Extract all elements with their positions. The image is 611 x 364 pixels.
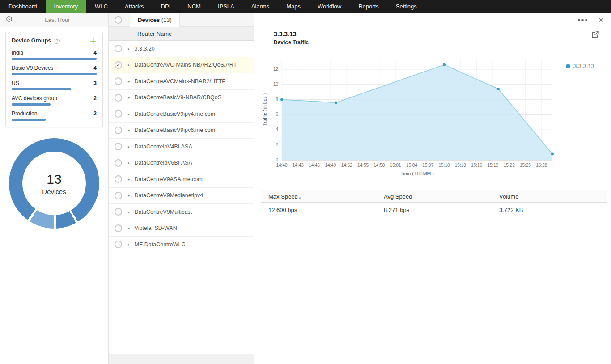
device-group-item[interactable]: AVC devices group2	[12, 95, 97, 106]
svg-text:2: 2	[276, 142, 278, 147]
row-checkbox[interactable]	[115, 110, 122, 118]
nav-item-dpi[interactable]: DPI	[153, 0, 179, 13]
svg-text:15:04: 15:04	[406, 163, 417, 168]
column-header-router-name[interactable]: Router Name	[109, 27, 254, 41]
row-checkbox[interactable]	[115, 208, 122, 216]
more-options-icon[interactable]: •••	[578, 18, 589, 22]
group-count: 2	[93, 95, 97, 102]
row-checkbox[interactable]	[115, 159, 122, 167]
expand-arrow-icon[interactable]: ▸	[128, 63, 130, 67]
row-checkbox[interactable]	[115, 175, 122, 183]
expand-arrow-icon[interactable]: ▸	[128, 47, 130, 51]
group-bar	[12, 58, 97, 60]
add-group-button[interactable]: +	[90, 37, 97, 45]
expand-arrow-icon[interactable]: ▸	[128, 193, 130, 198]
router-name: DataCentreBasicV9ipv6.me.com	[135, 127, 216, 133]
nav-item-ncm[interactable]: NCM	[179, 0, 209, 13]
expand-arrow-icon[interactable]: ▸	[128, 144, 130, 149]
stats-header[interactable]: Volume	[492, 190, 607, 202]
expand-arrow-icon[interactable]: ▸	[128, 210, 130, 214]
help-icon[interactable]: ?	[54, 38, 60, 44]
nav-item-alarms[interactable]: Alarms	[243, 0, 278, 13]
device-row[interactable]: ▸DataCentreBasicV9ipv4.me.com	[109, 106, 254, 123]
list-footer	[109, 354, 254, 364]
device-rows: ▸3.3.3.20✓▸DataCentreAVC-Mains-NBAR2/QoS…	[109, 41, 254, 354]
tab-devices[interactable]: Devices (13)	[130, 13, 180, 27]
sidebar: Last Hour Device Groups ? + India4Basic …	[0, 13, 109, 364]
nav-item-inventory[interactable]: Inventory	[46, 0, 86, 13]
row-checkbox[interactable]	[115, 241, 122, 248]
stats-header[interactable]: Avg Speed	[377, 190, 492, 202]
expand-arrow-icon[interactable]: ▸	[128, 226, 130, 230]
nav-item-attacks[interactable]: Attacks	[116, 0, 153, 13]
detail-topbar: ••• ✕	[254, 13, 611, 27]
expand-arrow-icon[interactable]: ▸	[128, 161, 130, 165]
stats-header[interactable]: Max Speed ▴	[261, 190, 377, 202]
svg-text:15:19: 15:19	[487, 163, 498, 168]
svg-text:15:16: 15:16	[471, 163, 482, 168]
row-checkbox[interactable]	[115, 77, 122, 85]
expand-arrow-icon[interactable]: ▸	[128, 177, 130, 182]
nav-item-ipsla[interactable]: IPSLA	[209, 0, 243, 13]
donut-device-count: 13	[47, 172, 61, 187]
row-checkbox[interactable]	[115, 224, 122, 232]
device-row[interactable]: ▸ME.DataCentreWLC	[109, 237, 254, 253]
row-checkbox[interactable]	[115, 94, 122, 102]
svg-text:14:52: 14:52	[341, 163, 352, 168]
expand-arrow-icon[interactable]: ▸	[128, 128, 130, 132]
device-row[interactable]: ▸DataCentreBasicV9-NBAR/CBQoS	[109, 90, 254, 106]
device-row[interactable]: ▸Viptela_SD-WAN	[109, 220, 254, 237]
svg-text:6: 6	[276, 112, 278, 117]
device-group-item[interactable]: Production2	[12, 110, 97, 121]
group-name: AVC devices group	[12, 95, 57, 102]
time-filter[interactable]: Last Hour	[0, 13, 108, 27]
nav-item-dashboard[interactable]: Dashboard	[0, 0, 46, 13]
device-groups-title: Device Groups	[12, 38, 51, 44]
chart-legend[interactable]: 3.3.3.13	[566, 63, 594, 69]
expand-arrow-icon[interactable]: ▸	[128, 112, 130, 116]
expand-arrow-icon[interactable]: ▸	[128, 242, 130, 247]
device-row[interactable]: ▸DataCentreV9ASA.me.com	[109, 171, 254, 188]
router-name: Viptela_SD-WAN	[135, 225, 177, 231]
device-row[interactable]: ▸DataCentreipV4Bi-ASA	[109, 139, 254, 155]
nav-item-workflow[interactable]: Workflow	[309, 0, 350, 13]
donut-center: 13 Devices	[22, 152, 86, 215]
expand-arrow-icon[interactable]: ▸	[128, 79, 130, 84]
nav-item-reports[interactable]: Reports	[350, 0, 387, 13]
sort-caret-icon[interactable]: ▴	[298, 195, 301, 199]
row-checkbox[interactable]	[115, 127, 122, 134]
main-layout: Last Hour Device Groups ? + India4Basic …	[0, 13, 611, 364]
external-link-icon[interactable]	[591, 30, 599, 40]
stats-value: 8.271 bps	[377, 203, 492, 217]
group-bar	[12, 103, 51, 106]
svg-text:0: 0	[276, 157, 278, 162]
device-group-item[interactable]: Basic V9 Devices4	[12, 65, 97, 75]
donut-device-label: Devices	[42, 188, 66, 195]
svg-text:14:49: 14:49	[325, 163, 336, 168]
row-checkbox[interactable]	[115, 192, 122, 199]
close-icon[interactable]: ✕	[598, 16, 604, 24]
device-row[interactable]: ▸DataCentreV9Multicast	[109, 204, 254, 220]
nav-item-maps[interactable]: Maps	[278, 0, 309, 13]
svg-text:8: 8	[276, 97, 278, 102]
router-name: DataCentreipV6Bi-ASA	[135, 160, 192, 166]
device-row[interactable]: ▸DataCentreV9Medianetipv4	[109, 188, 254, 204]
row-checkbox[interactable]	[115, 45, 122, 52]
device-row[interactable]: ✓▸DataCentreAVC-Mains-NBAR2/QoS/ART	[109, 57, 254, 74]
row-checkbox-checked[interactable]: ✓	[115, 61, 122, 69]
group-count: 3	[93, 80, 97, 86]
nav-item-wlc[interactable]: WLC	[86, 0, 116, 13]
row-checkbox[interactable]	[115, 143, 122, 150]
select-all-checkbox[interactable]	[115, 16, 122, 24]
svg-text:15:13: 15:13	[455, 163, 466, 168]
svg-text:14:43: 14:43	[293, 163, 304, 168]
nav-item-settings[interactable]: Settings	[387, 0, 425, 13]
device-row[interactable]: ▸DataCentreAVCMains-NBAR2/HTTP	[109, 73, 254, 90]
device-group-item[interactable]: US3	[12, 80, 97, 90]
device-group-item[interactable]: India4	[12, 50, 97, 60]
device-row[interactable]: ▸3.3.3.20	[109, 41, 254, 57]
device-row[interactable]: ▸DataCentreBasicV9ipv6.me.com	[109, 123, 254, 139]
device-row[interactable]: ▸DataCentreipV6Bi-ASA	[109, 155, 254, 172]
expand-arrow-icon[interactable]: ▸	[128, 95, 130, 100]
router-name: DataCentreipV4Bi-ASA	[135, 144, 192, 150]
